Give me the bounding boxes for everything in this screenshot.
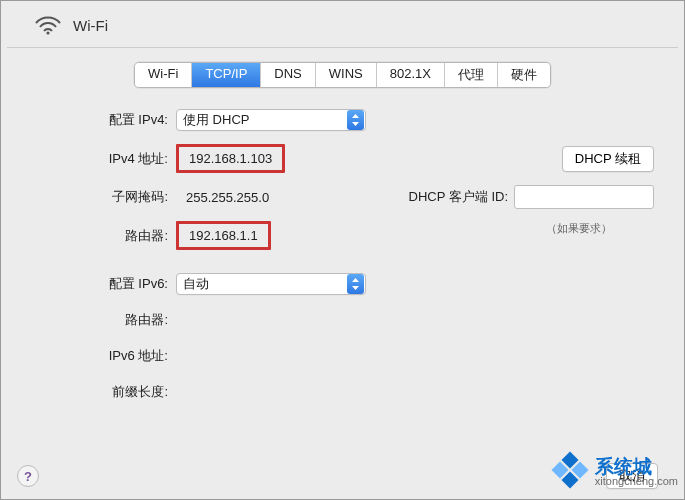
tab-tcpip[interactable]: TCP/IP [192,63,261,87]
svg-point-0 [46,31,49,34]
ipv4-address-value: 192.168.1.103 [189,151,272,166]
page-title: Wi-Fi [73,17,108,34]
updown-icon [347,274,364,294]
ipv4-router-label: 路由器: [31,221,176,245]
dhcp-renew-button[interactable]: DHCP 续租 [562,146,654,172]
subnet-value: 255.255.255.0 [176,190,269,205]
tab-proxy[interactable]: 代理 [445,63,498,87]
tab-wifi[interactable]: Wi-Fi [135,63,192,87]
ipv4-address-highlight: 192.168.1.103 [176,144,285,173]
tab-hardware[interactable]: 硬件 [498,63,550,87]
wifi-icon [35,15,61,35]
ipv6-prefix-label: 前缀长度: [31,383,176,401]
ipv6-configure-label: 配置 IPv6: [31,275,176,293]
dhcp-client-id-input[interactable] [514,185,654,209]
ipv6-configure-value: 自动 [183,275,347,293]
ipv6-router-label: 路由器: [31,311,176,329]
tab-bar: Wi-Fi TCP/IP DNS WINS 802.1X 代理 硬件 [1,62,684,88]
ipv6-configure-select[interactable]: 自动 [176,273,366,295]
ipv4-configure-select[interactable]: 使用 DHCP [176,109,366,131]
ipv6-address-label: IPv6 地址: [31,347,176,365]
ipv4-router-value: 192.168.1.1 [189,228,258,243]
tab-wins[interactable]: WINS [316,63,377,87]
dhcp-hint: （如果要求） [546,221,612,236]
ipv4-address-label: IPv4 地址: [31,150,176,168]
tab-dns[interactable]: DNS [261,63,315,87]
dhcp-client-id-label: DHCP 客户端 ID: [409,188,508,206]
tab-8021x[interactable]: 802.1X [377,63,445,87]
ipv4-router-highlight: 192.168.1.1 [176,221,271,250]
help-button[interactable]: ? [17,465,39,487]
ipv4-configure-value: 使用 DHCP [183,111,347,129]
ipv4-configure-label: 配置 IPv4: [31,111,176,129]
updown-icon [347,110,364,130]
cancel-button[interactable]: 取消 [606,463,658,489]
subnet-label: 子网掩码: [31,188,176,206]
